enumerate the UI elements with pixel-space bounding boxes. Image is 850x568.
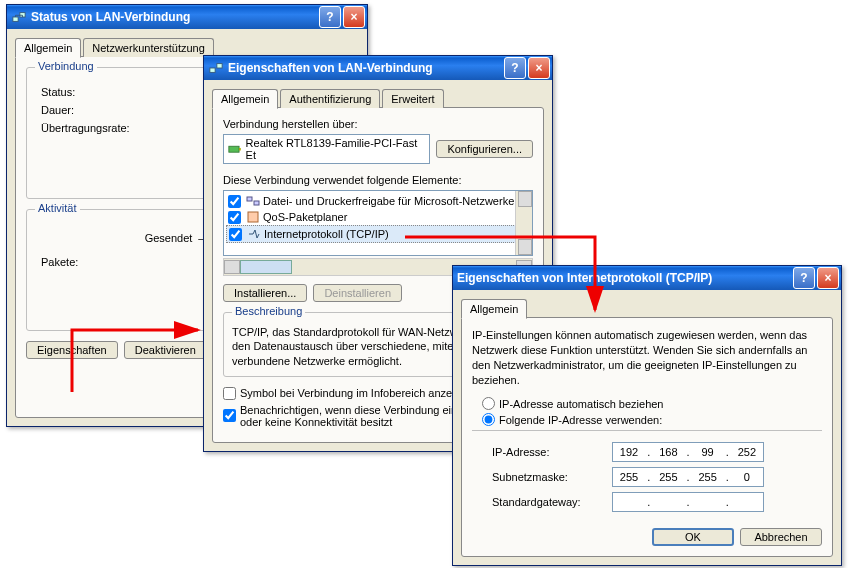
item-label: QoS-Paketplaner bbox=[263, 211, 347, 223]
activity-sent-label: Gesendet bbox=[145, 232, 193, 246]
status-title: Status von LAN-Verbindung bbox=[31, 10, 319, 24]
radio-auto[interactable] bbox=[482, 397, 495, 410]
adapter-name: Realtek RTL8139-Familie-PCI-Fast Et bbox=[246, 137, 426, 161]
item-label: Datei- und Druckerfreigabe für Microsoft… bbox=[263, 195, 514, 207]
svg-rect-5 bbox=[217, 64, 222, 68]
list-item[interactable]: Datei- und Druckerfreigabe für Microsoft… bbox=[226, 193, 530, 209]
list-item-tcpip[interactable]: Internetprotokoll (TCP/IP) bbox=[226, 225, 530, 243]
items-label: Diese Verbindung verwendet folgende Elem… bbox=[223, 174, 462, 186]
close-button[interactable]: × bbox=[528, 57, 550, 79]
tray-icon-checkbox[interactable] bbox=[223, 387, 236, 400]
svg-rect-8 bbox=[247, 197, 252, 201]
mask-label: Subnetzmaske: bbox=[492, 471, 612, 483]
item-label: Internetprotokoll (TCP/IP) bbox=[264, 228, 389, 240]
uninstall-button: Deinstallieren bbox=[313, 284, 402, 302]
svg-rect-0 bbox=[13, 17, 18, 21]
nic-icon bbox=[228, 142, 242, 156]
svg-rect-4 bbox=[210, 68, 215, 72]
properties-button[interactable]: Eigenschaften bbox=[26, 341, 118, 359]
gateway-field[interactable]: . . . bbox=[612, 492, 764, 512]
configure-button[interactable]: Konfigurieren... bbox=[436, 140, 533, 158]
tab-general[interactable]: Allgemein bbox=[15, 38, 81, 58]
lan-title: Eigenschaften von LAN-Verbindung bbox=[228, 61, 504, 75]
tcpip-title: Eigenschaften von Internetprotokoll (TCP… bbox=[457, 271, 793, 285]
help-button[interactable]: ? bbox=[319, 6, 341, 28]
notify-checkbox[interactable] bbox=[223, 409, 236, 422]
ip-address-field[interactable]: 192. 168. 99. 252 bbox=[612, 442, 764, 462]
packets-label: Pakete: bbox=[41, 256, 78, 268]
help-button[interactable]: ? bbox=[793, 267, 815, 289]
radio-manual[interactable] bbox=[482, 413, 495, 426]
svg-rect-6 bbox=[229, 146, 239, 152]
tcpip-titlebar[interactable]: Eigenschaften von Internetprotokoll (TCP… bbox=[453, 266, 841, 290]
gateway-label: Standardgateway: bbox=[492, 496, 612, 508]
close-button[interactable]: × bbox=[817, 267, 839, 289]
tray-icon-label: Symbol bei Verbindung im Infobereich anz… bbox=[240, 387, 473, 399]
service-icon bbox=[246, 194, 260, 208]
svg-rect-10 bbox=[248, 212, 258, 222]
list-item[interactable]: QoS-Paketplaner bbox=[226, 209, 530, 225]
group-description-title: Beschreibung bbox=[232, 305, 305, 317]
ok-button[interactable]: OK bbox=[652, 528, 734, 546]
item-checkbox[interactable] bbox=[228, 195, 241, 208]
tab-auth[interactable]: Authentifizierung bbox=[280, 89, 380, 108]
ip-label: IP-Adresse: bbox=[492, 446, 612, 458]
close-button[interactable]: × bbox=[343, 6, 365, 28]
status-label: Status: bbox=[41, 86, 75, 98]
speed-label: Übertragungsrate: bbox=[41, 122, 130, 134]
cancel-button[interactable]: Abbrechen bbox=[740, 528, 822, 546]
tab-general[interactable]: Allgemein bbox=[461, 299, 527, 319]
scrollbar-vertical[interactable] bbox=[515, 191, 532, 255]
duration-label: Dauer: bbox=[41, 104, 74, 116]
tab-general[interactable]: Allgemein bbox=[212, 89, 278, 109]
connect-using-label: Verbindung herstellen über: bbox=[223, 118, 358, 130]
tcpip-properties-window: Eigenschaften von Internetprotokoll (TCP… bbox=[452, 265, 842, 566]
disable-button[interactable]: Deaktivieren bbox=[124, 341, 207, 359]
svg-rect-7 bbox=[239, 148, 241, 151]
help-button[interactable]: ? bbox=[504, 57, 526, 79]
radio-auto-label: IP-Adresse automatisch beziehen bbox=[499, 398, 663, 410]
subnet-mask-field[interactable]: 255. 255. 255. 0 bbox=[612, 467, 764, 487]
group-activity-title: Aktivität bbox=[35, 202, 80, 214]
install-button[interactable]: Installieren... bbox=[223, 284, 307, 302]
group-connection-title: Verbindung bbox=[35, 60, 97, 72]
item-checkbox[interactable] bbox=[228, 211, 241, 224]
service-icon bbox=[246, 210, 260, 224]
tab-advanced[interactable]: Erweitert bbox=[382, 89, 443, 108]
item-checkbox[interactable] bbox=[229, 228, 242, 241]
lan-titlebar[interactable]: Eigenschaften von LAN-Verbindung ? × bbox=[204, 56, 552, 80]
components-listbox[interactable]: Datei- und Druckerfreigabe für Microsoft… bbox=[223, 190, 533, 256]
tab-support[interactable]: Netzwerkunterstützung bbox=[83, 38, 214, 57]
network-adapter-icon bbox=[208, 60, 224, 76]
info-text: IP-Einstellungen können automatisch zuge… bbox=[472, 328, 822, 387]
svg-rect-9 bbox=[254, 201, 259, 205]
adapter-field: Realtek RTL8139-Familie-PCI-Fast Et bbox=[223, 134, 430, 164]
network-status-icon bbox=[11, 9, 27, 25]
status-titlebar[interactable]: Status von LAN-Verbindung ? × bbox=[7, 5, 367, 29]
radio-manual-label: Folgende IP-Adresse verwenden: bbox=[499, 414, 662, 426]
protocol-icon bbox=[247, 227, 261, 241]
